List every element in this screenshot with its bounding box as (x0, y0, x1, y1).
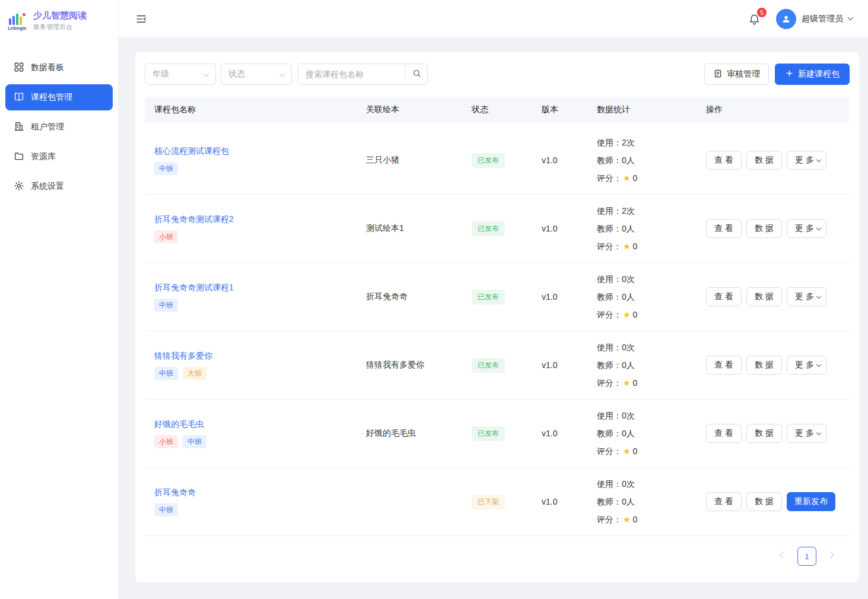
package-name-cell: 核心流程测试课程包 中班 (145, 146, 357, 175)
republish-button[interactable]: 重新发布 (787, 492, 835, 511)
notification-bell-icon[interactable]: 5 (748, 12, 761, 25)
sidebar-item-tenants[interactable]: 租户管理 (5, 114, 113, 140)
table-body: 核心流程测试课程包 中班 三只小猪 已发布 v1.0 使用：2次 (145, 126, 850, 536)
grade-tag: 中班 (154, 367, 178, 380)
row-actions: 查看数据更多 (697, 151, 850, 170)
more-button[interactable]: 更多 (787, 287, 826, 306)
row-action-button[interactable]: 查看 (706, 424, 742, 443)
grade-tag: 大班 (183, 367, 206, 380)
sidebar-item-label: 资源库 (31, 151, 56, 162)
usage-label: 使用： (597, 411, 622, 420)
column-header: 课程包名称 (145, 104, 357, 115)
chevron-down-icon (816, 430, 821, 435)
status-cell: 已发布 (462, 153, 532, 168)
status-cell: 已发布 (462, 426, 532, 441)
teacher-value: 0人 (622, 360, 635, 370)
search-input[interactable] (298, 64, 405, 84)
sidebar-item-course-packages[interactable]: 课程包管理 (5, 84, 113, 110)
rating-label: 评分： (597, 446, 622, 456)
star-icon: ★ (623, 242, 631, 251)
review-management-button[interactable]: 审核管理 (704, 64, 769, 85)
pagination-page-1[interactable]: 1 (797, 547, 816, 566)
course-package-card: 年级 状态 (135, 52, 859, 582)
status-badge: 已发布 (472, 426, 505, 441)
more-button[interactable]: 更多 (787, 356, 826, 375)
chevron-down-icon (279, 71, 285, 77)
version-text: v1.0 (532, 292, 587, 302)
rating-value: 0 (633, 173, 638, 183)
app-subtitle: 服务管理后台 (33, 23, 87, 31)
logo-icon: LeSingle (6, 12, 28, 30)
package-name-link[interactable]: 折耳兔奇奇测试课程2 (154, 214, 234, 225)
filter-toolbar: 年级 状态 (145, 64, 850, 85)
usage-label: 使用： (597, 479, 622, 489)
package-name-cell: 折耳兔奇奇测试课程2 小班 (145, 214, 357, 243)
package-name-link[interactable]: 核心流程测试课程包 (154, 146, 229, 157)
more-button[interactable]: 更多 (787, 219, 826, 238)
package-name-link[interactable]: 折耳兔奇奇测试课程1 (154, 283, 234, 293)
pagination-next-icon[interactable] (825, 552, 837, 561)
row-action-button[interactable]: 数据 (746, 356, 782, 375)
version-text: v1.0 (532, 156, 587, 165)
chevron-down-icon (816, 157, 821, 162)
row-actions: 查看数据重新发布 (697, 492, 850, 511)
package-name-cell: 猜猜我有多爱你 中班大班 (145, 351, 357, 380)
package-name-link[interactable]: 猜猜我有多爱你 (154, 351, 212, 362)
grade-select-placeholder: 年级 (152, 69, 169, 80)
search-group (298, 64, 428, 85)
row-action-button[interactable]: 查看 (706, 151, 742, 170)
grade-tags: 中班 (154, 503, 347, 516)
rating-label: 评分： (597, 310, 622, 319)
status-badge: 已发布 (472, 221, 505, 236)
grade-tag: 中班 (154, 162, 178, 175)
star-icon: ★ (623, 378, 631, 388)
sidebar-item-resources[interactable]: 资源库 (5, 144, 113, 170)
grade-tags: 中班 (154, 162, 347, 175)
collapse-sidebar-icon[interactable] (133, 11, 150, 27)
chevron-down-icon (848, 15, 854, 21)
table-row: 折耳兔奇奇 中班 已下架 v1.0 使用：0次 (145, 468, 850, 536)
create-course-package-button[interactable]: 新建课程包 (775, 64, 850, 85)
row-action-button[interactable]: 数据 (746, 219, 782, 238)
row-action-button[interactable]: 查看 (706, 219, 742, 238)
status-select-placeholder: 状态 (228, 69, 245, 80)
row-action-button[interactable]: 查看 (706, 287, 742, 306)
teacher-label: 教师： (597, 497, 622, 506)
sidebar-item-settings[interactable]: 系统设置 (5, 173, 113, 199)
package-name-link[interactable]: 折耳兔奇奇 (154, 487, 196, 498)
row-action-button[interactable]: 数据 (746, 151, 782, 170)
row-action-button[interactable]: 数据 (746, 424, 782, 443)
sidebar: LeSingle 少儿智慧阅读 服务管理后台 数据看板 (0, 0, 119, 599)
more-button[interactable]: 更多 (787, 151, 826, 170)
pagination-prev-icon[interactable] (777, 552, 789, 561)
row-actions: 查看数据更多 (697, 219, 850, 238)
logo-mark-text: LeSingle (8, 26, 27, 30)
column-header: 数据统计 (587, 104, 697, 115)
status-badge: 已发布 (472, 358, 505, 373)
rating-value: 0 (633, 378, 638, 388)
linked-book-name: 好饿的毛毛虫 (357, 428, 462, 439)
user-name: 超级管理员 (802, 14, 843, 24)
usage-value: 0次 (622, 274, 635, 284)
row-action-button[interactable]: 数据 (746, 287, 782, 306)
more-button[interactable]: 更多 (787, 424, 826, 443)
app-root: LeSingle 少儿智慧阅读 服务管理后台 数据看板 (0, 0, 868, 599)
version-text: v1.0 (532, 224, 587, 233)
row-action-button[interactable]: 查看 (706, 492, 742, 511)
row-action-button[interactable]: 数据 (746, 492, 782, 511)
usage-value: 0次 (622, 479, 635, 489)
rating-value: 0 (633, 446, 638, 456)
status-select[interactable]: 状态 (221, 64, 292, 85)
user-menu[interactable]: 超级管理员 (776, 9, 853, 29)
grade-select[interactable]: 年级 (145, 64, 216, 85)
gear-icon (14, 180, 24, 193)
package-name-link[interactable]: 好饿的毛毛虫 (154, 419, 204, 430)
stats-cell: 使用：0次 教师：0人 评分：★0 (587, 407, 697, 460)
column-header: 操作 (697, 104, 850, 115)
sidebar-item-dashboard[interactable]: 数据看板 (5, 55, 113, 81)
search-button[interactable] (405, 64, 427, 84)
teacher-label: 教师： (597, 360, 622, 370)
row-action-button[interactable]: 查看 (706, 356, 742, 375)
usage-label: 使用： (597, 343, 622, 352)
linked-book-name: 折耳兔奇奇 (357, 291, 462, 302)
